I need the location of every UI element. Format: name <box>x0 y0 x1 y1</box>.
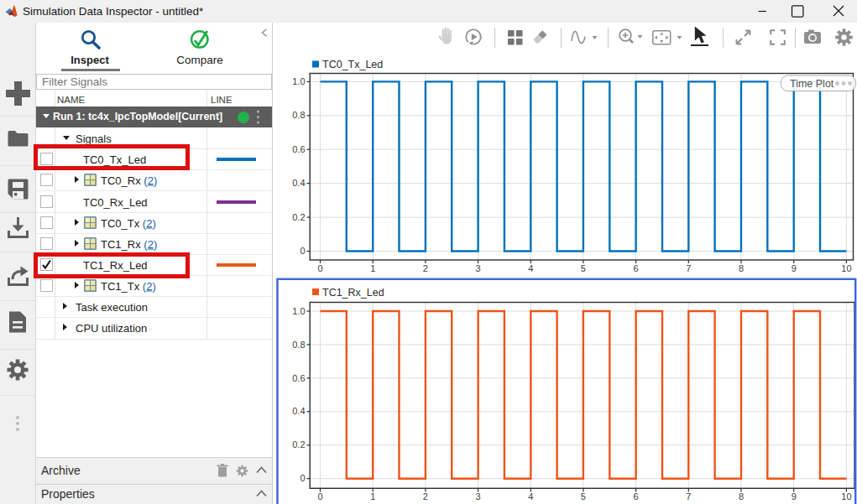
svg-text:0: 0 <box>300 246 305 256</box>
svg-text:TC1_Rx_Led: TC1_Rx_Led <box>322 287 384 299</box>
svg-text:10: 10 <box>841 263 851 273</box>
svg-text:7: 7 <box>686 491 691 501</box>
svg-text:Time Plot: Time Plot <box>790 78 834 90</box>
svg-text:2: 2 <box>423 491 428 501</box>
svg-text:5: 5 <box>581 263 586 273</box>
svg-text:1.0: 1.0 <box>292 76 305 86</box>
svg-text:9: 9 <box>792 263 797 273</box>
svg-text:8: 8 <box>739 491 744 501</box>
svg-text:0: 0 <box>317 491 322 501</box>
svg-text:1: 1 <box>370 263 375 273</box>
svg-text:3: 3 <box>476 263 481 273</box>
svg-text:0: 0 <box>317 263 322 273</box>
svg-text:9: 9 <box>792 491 797 501</box>
svg-text:10: 10 <box>841 491 851 501</box>
svg-text:TC0_Tx_Led: TC0_Tx_Led <box>322 59 383 70</box>
svg-text:3: 3 <box>476 491 481 501</box>
svg-text:2: 2 <box>423 263 428 273</box>
svg-text:4: 4 <box>528 263 533 273</box>
svg-text:0.8: 0.8 <box>292 110 305 120</box>
svg-text:0.8: 0.8 <box>292 340 305 350</box>
svg-text:6: 6 <box>634 491 639 501</box>
svg-text:4: 4 <box>528 491 533 501</box>
svg-text:7: 7 <box>686 263 691 273</box>
svg-text:0.4: 0.4 <box>292 406 305 416</box>
svg-text:0: 0 <box>300 473 305 483</box>
svg-text:5: 5 <box>581 491 586 501</box>
svg-text:0.4: 0.4 <box>292 178 305 188</box>
svg-text:0.2: 0.2 <box>292 212 305 222</box>
svg-text:1: 1 <box>370 491 375 501</box>
svg-text:6: 6 <box>634 263 639 273</box>
svg-text:8: 8 <box>739 263 744 273</box>
svg-text:0.6: 0.6 <box>292 144 305 154</box>
svg-text:0.2: 0.2 <box>292 439 305 449</box>
svg-text:1.0: 1.0 <box>292 306 305 316</box>
svg-text:0.6: 0.6 <box>292 373 305 383</box>
